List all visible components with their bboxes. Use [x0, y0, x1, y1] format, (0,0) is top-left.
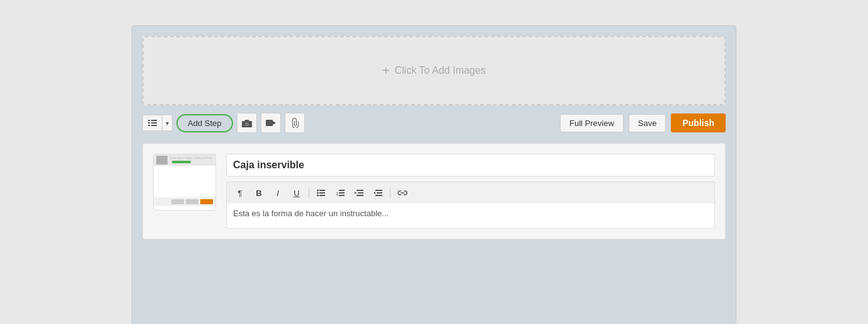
svg-point-14 — [317, 195, 319, 197]
svg-rect-0 — [148, 120, 150, 121]
svg-marker-23 — [355, 192, 357, 194]
camera-icon — [242, 119, 252, 127]
list-icon-button[interactable] — [143, 115, 163, 130]
camera-button[interactable] — [237, 113, 257, 133]
rt-list-unordered-button[interactable] — [313, 185, 329, 200]
toolbar: ▾ Add Step — [142, 113, 726, 133]
thumb-green-bar — [172, 161, 191, 163]
thumb-footer-save — [186, 199, 198, 204]
svg-point-12 — [317, 192, 319, 194]
rt-italic-button[interactable]: I — [270, 185, 286, 200]
svg-rect-4 — [148, 125, 150, 126]
list-unordered-icon — [317, 189, 326, 197]
upload-text: + Click To Add Images — [382, 64, 486, 78]
video-button[interactable] — [261, 113, 281, 133]
thumb-body — [154, 166, 215, 197]
svg-rect-15 — [319, 195, 325, 196]
svg-rect-2 — [148, 122, 150, 124]
full-preview-button[interactable]: Full Preview — [560, 114, 624, 132]
rt-list-ordered-button[interactable]: 1. — [332, 185, 348, 200]
page-container: + Click To Add Images — [0, 19, 868, 324]
svg-rect-8 — [266, 120, 273, 126]
svg-rect-1 — [151, 120, 157, 121]
svg-rect-26 — [375, 195, 382, 196]
toolbar-right: Full Preview Save Publish — [560, 113, 726, 132]
svg-rect-24 — [375, 190, 382, 191]
svg-rect-5 — [151, 125, 157, 126]
svg-rect-13 — [319, 192, 325, 194]
plus-icon: + — [382, 64, 390, 78]
svg-rect-25 — [377, 192, 382, 194]
rt-outdent-button[interactable] — [370, 185, 386, 200]
thumb-img-placeholder — [156, 156, 168, 165]
add-step-button[interactable]: Add Step — [176, 114, 233, 132]
outdent-icon — [374, 190, 382, 196]
thumb-header: Lorem Ipsum Images, Video, and Files — [154, 154, 215, 166]
svg-point-10 — [317, 190, 319, 192]
step-inner: Lorem Ipsum Images, Video, and Files — [153, 154, 715, 229]
svg-rect-11 — [319, 190, 325, 191]
list-ordered-icon: 1. — [336, 189, 345, 197]
thumb-footer-publish — [200, 199, 213, 204]
indent-icon — [355, 190, 363, 196]
step-title-input[interactable] — [226, 154, 715, 176]
rt-indent-button[interactable] — [351, 185, 367, 200]
rt-separator-1 — [309, 187, 309, 199]
svg-rect-19 — [339, 195, 345, 196]
list-dropdown-button[interactable]: ▾ — [163, 116, 172, 130]
publish-button[interactable]: Publish — [671, 113, 726, 132]
attach-button[interactable] — [285, 113, 305, 133]
thumb-footer-cancel — [171, 199, 184, 204]
svg-rect-22 — [357, 195, 363, 196]
svg-rect-21 — [358, 192, 363, 194]
link-icon — [397, 190, 408, 196]
save-button[interactable]: Save — [629, 114, 666, 132]
thumb-footer — [154, 197, 215, 206]
step-thumbnail: Lorem Ipsum Images, Video, and Files — [153, 154, 216, 211]
svg-marker-9 — [273, 121, 276, 125]
rt-bold-button[interactable]: B — [251, 185, 267, 200]
svg-rect-3 — [151, 122, 157, 124]
attach-icon — [290, 118, 299, 128]
step-content: Lorem Ipsum Images, Video, and Files — [142, 143, 726, 240]
video-icon — [266, 119, 276, 127]
chevron-down-icon: ▾ — [166, 120, 169, 127]
list-icon — [148, 119, 157, 127]
svg-rect-20 — [357, 190, 363, 191]
editor-wrapper: + Click To Add Images — [132, 25, 736, 324]
svg-rect-17 — [339, 190, 345, 191]
step-body-text: Esta es la forma de hacer un instructabl… — [226, 204, 715, 229]
step-body-content: Esta es la forma de hacer un instructabl… — [233, 209, 389, 218]
rt-paragraph-button[interactable]: ¶ — [232, 185, 248, 200]
image-upload-area[interactable]: + Click To Add Images — [142, 36, 726, 105]
step-right: ¶ B I U — [226, 154, 715, 229]
svg-rect-18 — [339, 192, 345, 194]
list-button-group[interactable]: ▾ — [142, 115, 173, 131]
rt-underline-button[interactable]: U — [288, 185, 305, 200]
rich-text-toolbar: ¶ B I U — [226, 182, 715, 204]
rt-separator-2 — [390, 187, 391, 199]
svg-marker-27 — [374, 192, 375, 194]
toolbar-left: ▾ Add Step — [142, 113, 305, 133]
rt-link-button[interactable] — [394, 185, 411, 200]
upload-label: Click To Add Images — [395, 65, 486, 76]
svg-point-7 — [246, 123, 248, 125]
